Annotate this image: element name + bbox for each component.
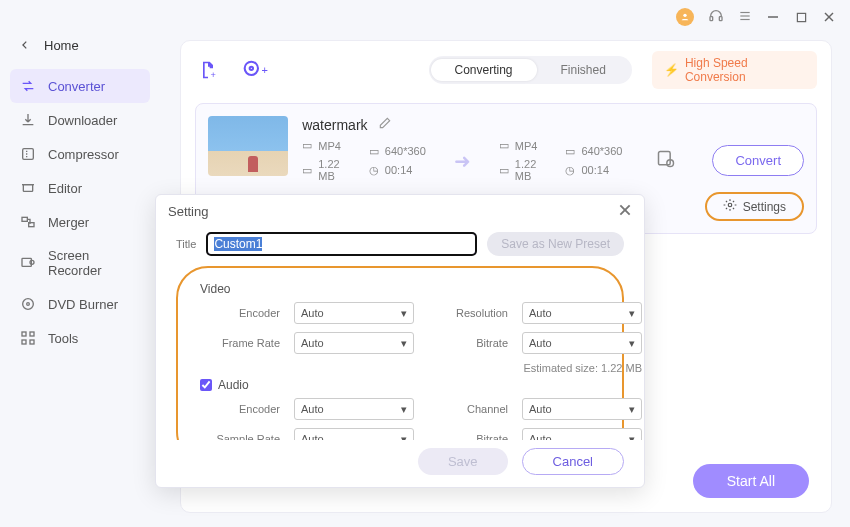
sidebar: Home Converter Downloader Compressor Edi…: [0, 22, 160, 363]
svg-point-17: [27, 303, 30, 306]
merger-icon: [20, 214, 36, 230]
channel-label: Channel: [428, 403, 508, 415]
minimize-button[interactable]: [766, 10, 780, 24]
edit-title-icon[interactable]: [378, 116, 392, 133]
svg-rect-12: [22, 217, 27, 221]
svg-point-24: [250, 67, 253, 70]
chevron-down-icon: ▾: [629, 337, 635, 350]
video-thumbnail[interactable]: [208, 116, 288, 176]
src-size: 1.22 MB: [318, 158, 341, 182]
sidebar-item-compressor[interactable]: Compressor: [10, 137, 150, 171]
sidebar-item-label: DVD Burner: [48, 297, 118, 312]
samplerate-select[interactable]: Auto▾: [294, 428, 414, 440]
sidebar-item-dvd-burner[interactable]: DVD Burner: [10, 287, 150, 321]
sidebar-item-editor[interactable]: Editor: [10, 171, 150, 205]
samplerate-label: Sample Rate: [200, 433, 280, 440]
output-profile-icon[interactable]: [656, 149, 676, 172]
dialog-cancel-button[interactable]: Cancel: [522, 448, 624, 475]
video-encoder-label: Encoder: [200, 307, 280, 319]
tab-converting[interactable]: Converting: [431, 59, 537, 81]
video-group-label: Video: [200, 282, 600, 296]
high-speed-label: High Speed Conversion: [685, 56, 805, 84]
add-disc-icon[interactable]: +: [242, 60, 269, 80]
maximize-button[interactable]: [794, 10, 808, 24]
chevron-down-icon: ▾: [629, 433, 635, 441]
svg-rect-20: [22, 340, 26, 344]
audio-encoder-select[interactable]: Auto▾: [294, 398, 414, 420]
sidebar-item-label: Downloader: [48, 113, 117, 128]
headset-icon[interactable]: [708, 8, 724, 27]
gear-icon: [723, 198, 737, 215]
video-bitrate-select[interactable]: Auto▾: [522, 332, 642, 354]
src-dur: 00:14: [385, 164, 413, 176]
channel-select[interactable]: Auto▾: [522, 398, 642, 420]
svg-text:+: +: [211, 70, 216, 80]
svg-point-32: [728, 203, 732, 207]
title-field-label: Title: [176, 238, 196, 250]
src-res: 640*360: [385, 145, 426, 157]
src-format: MP4: [318, 140, 341, 152]
file-title: watermark: [302, 117, 367, 133]
sidebar-item-label: Merger: [48, 215, 89, 230]
folder-icon: ▭: [302, 164, 312, 177]
video-bitrate-label: Bitrate: [428, 337, 508, 349]
audio-bitrate-label: Bitrate: [428, 433, 508, 440]
dst-res: 640*360: [581, 145, 622, 157]
audio-enabled-checkbox[interactable]: [200, 379, 212, 391]
status-segmented: Converting Finished: [429, 56, 632, 84]
svg-rect-19: [30, 332, 34, 336]
svg-rect-2: [719, 16, 722, 20]
back-home[interactable]: Home: [10, 30, 150, 61]
dst-dur: 00:14: [581, 164, 609, 176]
highlighted-settings-group: Video Encoder Auto▾ Resolution Auto▾ Fra…: [176, 266, 624, 440]
sidebar-item-label: Converter: [48, 79, 105, 94]
add-file-icon[interactable]: +: [195, 60, 222, 80]
sidebar-item-label: Screen Recorder: [48, 248, 140, 278]
convert-button[interactable]: Convert: [712, 145, 804, 176]
settings-button[interactable]: Settings: [705, 192, 804, 221]
high-speed-badge[interactable]: ⚡ High Speed Conversion: [652, 51, 817, 89]
video-encoder-select[interactable]: Auto▾: [294, 302, 414, 324]
svg-rect-25: [659, 152, 671, 165]
svg-point-23: [245, 62, 258, 75]
sidebar-item-converter[interactable]: Converter: [10, 69, 150, 103]
converter-icon: [20, 78, 36, 94]
toolbar: + + Converting Finished ⚡ High Speed Con…: [195, 51, 817, 89]
sidebar-item-label: Editor: [48, 181, 82, 196]
user-avatar-icon[interactable]: [676, 8, 694, 26]
close-button[interactable]: [822, 10, 836, 24]
sidebar-item-tools[interactable]: Tools: [10, 321, 150, 355]
resolution-icon: ▭: [369, 145, 379, 158]
sidebar-item-screen-recorder[interactable]: Screen Recorder: [10, 239, 150, 287]
settings-dialog: Setting Title Save as New Preset Video E…: [155, 194, 645, 488]
svg-point-16: [23, 299, 34, 310]
title-input[interactable]: [206, 232, 477, 256]
svg-rect-21: [30, 340, 34, 344]
start-all-button[interactable]: Start All: [693, 464, 809, 498]
resolution-label: Resolution: [428, 307, 508, 319]
sidebar-item-merger[interactable]: Merger: [10, 205, 150, 239]
resolution-select[interactable]: Auto▾: [522, 302, 642, 324]
chevron-left-icon: [20, 38, 30, 53]
dialog-title: Setting: [168, 204, 208, 219]
sidebar-item-downloader[interactable]: Downloader: [10, 103, 150, 137]
sidebar-item-label: Tools: [48, 331, 78, 346]
chevron-down-icon: ▾: [401, 433, 407, 441]
dialog-close-icon[interactable]: [618, 203, 632, 220]
chevron-down-icon: ▾: [401, 403, 407, 416]
svg-rect-1: [710, 16, 713, 20]
dialog-save-button[interactable]: Save: [418, 448, 508, 475]
save-preset-button[interactable]: Save as New Preset: [487, 232, 624, 256]
clock-icon: ◷: [369, 164, 379, 177]
chevron-down-icon: ▾: [629, 403, 635, 416]
screen-recorder-icon: [20, 255, 36, 271]
framerate-label: Frame Rate: [200, 337, 280, 349]
chevron-down-icon: ▾: [401, 337, 407, 350]
sidebar-item-label: Compressor: [48, 147, 119, 162]
tab-finished[interactable]: Finished: [537, 59, 630, 81]
audio-bitrate-select[interactable]: Auto▾: [522, 428, 642, 440]
menu-icon[interactable]: [738, 9, 752, 26]
audio-group-label: Audio: [200, 378, 600, 392]
svg-rect-11: [23, 185, 32, 192]
framerate-select[interactable]: Auto▾: [294, 332, 414, 354]
